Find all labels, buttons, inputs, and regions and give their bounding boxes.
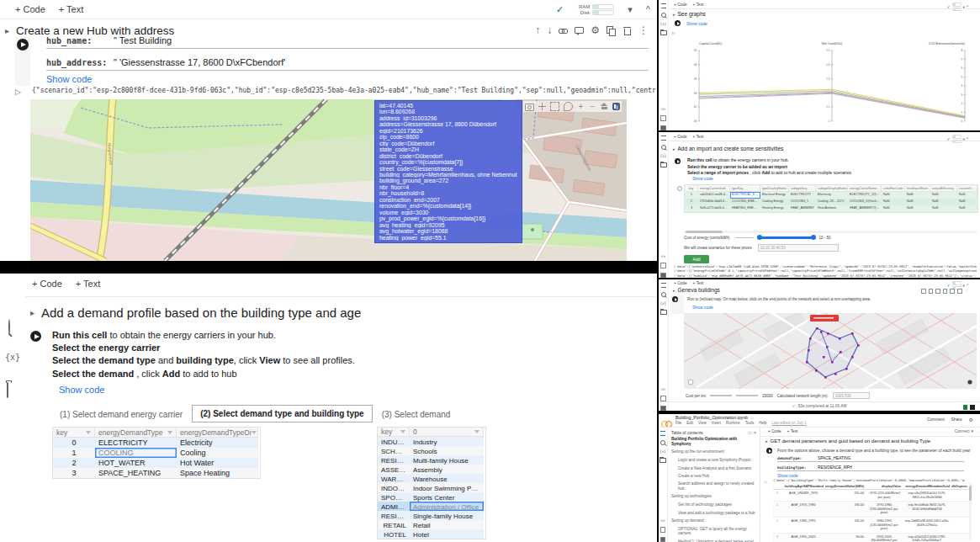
menu-icon[interactable] xyxy=(661,136,666,141)
add-code-button[interactable]: + Code xyxy=(768,429,781,433)
tab-select-energy-carrier[interactable]: (1) Select demand energy carrier xyxy=(52,406,190,422)
table-cell[interactable]: RESIDE… xyxy=(378,455,410,465)
table-cell[interactable]: Hotel xyxy=(410,529,484,539)
cost-slider-2[interactable] xyxy=(736,395,758,396)
menu-tools[interactable]: Tools xyxy=(745,421,755,425)
column-header[interactable]: dbOrganiz xyxy=(951,484,969,490)
column-header[interactable]: outputEfficiency xyxy=(930,185,957,192)
axis-title[interactable]: CO2 Emissions(tonnes/a) xyxy=(929,42,966,45)
variables-icon[interactable]: {x} xyxy=(5,353,20,362)
column-header[interactable]: key xyxy=(685,185,698,192)
toc-item[interactable]: Setting up technologies xyxy=(671,492,756,501)
map-settings-dot[interactable] xyxy=(967,380,972,384)
column-header[interactable]: energyDemandMetadataGuid xyxy=(903,484,951,490)
show-code-link[interactable]: Show code xyxy=(692,176,713,181)
search-icon[interactable] xyxy=(8,320,10,335)
table-cell[interactable]: AGE_1995_2005 xyxy=(781,534,825,542)
add-code-button[interactable]: + Code xyxy=(32,279,62,289)
table-cell[interactable]: ~1970 (215.00kWh/m2 per year) xyxy=(866,490,903,502)
variables-icon[interactable]: {x} xyxy=(660,154,666,158)
menu-view[interactable]: View xyxy=(698,421,707,425)
settings-gear-icon[interactable]: ⚙ xyxy=(969,417,973,422)
variables-icon[interactable]: {x} xyxy=(660,301,666,306)
table-cell[interactable]: INDOOR… xyxy=(378,483,410,492)
connect-button[interactable]: Connect ▾ xyxy=(955,429,973,433)
table-scrollbar[interactable] xyxy=(969,484,972,539)
table-cell[interactable]: 190.00 xyxy=(825,502,866,518)
table-cell[interactable]: Cooling Energy xyxy=(760,199,789,205)
table-cell[interactable]: RESIDE… xyxy=(378,511,410,520)
code-snippets-icon[interactable]: <> xyxy=(661,387,665,391)
table-cell[interactable]: HOT_WATER xyxy=(95,458,177,468)
menu-insert[interactable]: Insert xyxy=(712,421,721,425)
move-up-icon[interactable]: ↑ xyxy=(535,25,540,35)
table-cell[interactable] xyxy=(951,518,969,534)
table-cell[interactable]: Administration / Office xyxy=(410,502,484,511)
more-icon[interactable]: ⋮ xyxy=(638,25,649,35)
comment-button[interactable]: Comment xyxy=(927,417,945,422)
collapse-section-icon[interactable]: ▸ xyxy=(673,146,675,151)
table-cell[interactable]: HEAT_AMBIENT xyxy=(789,205,816,212)
table-cell[interactable]: SCHOOLS xyxy=(378,446,410,455)
table-cell[interactable]: ELECTRICITY xyxy=(789,192,816,199)
toc-item[interactable]: OPTIONAL: GET to query all the energy ca… xyxy=(671,525,756,538)
table-cell[interactable]: WAREH… xyxy=(378,474,410,483)
show-code-link[interactable]: Show code xyxy=(59,385,104,395)
code-snippets-icon[interactable]: <> xyxy=(660,518,665,523)
add-code-button[interactable]: + Code xyxy=(15,4,45,14)
table-cell[interactable]: Hot Water xyxy=(177,458,258,468)
cost-slider[interactable] xyxy=(710,395,732,396)
table-cell[interactable]: AGE_UNDER_1970 xyxy=(781,490,825,502)
terminal-icon[interactable] xyxy=(660,263,666,268)
table-cell[interactable]: COOLING xyxy=(95,448,177,458)
add-text-button[interactable]: + Text xyxy=(76,279,100,289)
copy-icon[interactable] xyxy=(950,289,955,294)
table-cell[interactable]: NaN xyxy=(882,192,905,199)
prices-input[interactable]: 10,20,30,40,50 xyxy=(758,244,839,252)
show-code-link[interactable]: Show code xyxy=(46,74,92,84)
hub-name-input[interactable]: " Test Building xyxy=(114,35,172,45)
toc-item[interactable]: Building Portfolio Optimization with Sym… xyxy=(671,435,756,448)
lasso-select-icon[interactable] xyxy=(564,102,573,111)
table-cell[interactable]: ASSEMBLY xyxy=(378,465,410,474)
search-icon[interactable] xyxy=(660,440,665,445)
menu-icon[interactable] xyxy=(661,283,666,288)
delete-icon[interactable] xyxy=(957,289,962,294)
table-cell[interactable]: AGE_1970_1980 xyxy=(781,502,825,518)
menu-help[interactable]: Help xyxy=(759,421,766,425)
tab-select-demand-building-type[interactable]: (2) Select demand type and building type xyxy=(192,405,372,422)
table-cell[interactable]: NaN xyxy=(930,205,957,212)
menu-icon[interactable] xyxy=(661,3,666,8)
horizontal-scrollbar[interactable] xyxy=(684,231,977,233)
zoom-in-icon[interactable] xyxy=(577,103,585,110)
column-header[interactable]: key xyxy=(378,428,410,437)
collapse-section-icon[interactable]: ▸ xyxy=(30,308,41,317)
column-header[interactable]: buildingAgeSAPStandard xyxy=(781,484,825,490)
add-text-button[interactable]: + Text xyxy=(693,281,704,285)
last-edited-label[interactable]: Last edited on July 1 xyxy=(772,421,807,425)
table-cell[interactable]: 0 xyxy=(53,438,95,448)
column-header[interactable]: energyDemandTypeDi xyxy=(177,428,258,438)
tab-select-demand[interactable]: (3) Select demand xyxy=(374,406,458,422)
axis-title[interactable]: Capital Cost(k€) xyxy=(699,42,723,45)
table-cell[interactable]: 2 xyxy=(53,458,95,468)
table-cell[interactable]: ELECTRICITY_1@techP… xyxy=(848,192,882,199)
building-type-input[interactable]: RESIDENCE_MFH xyxy=(818,465,852,470)
add-code-button[interactable]: + Code xyxy=(674,281,687,285)
table-cell[interactable]: ELECTRICITY xyxy=(95,438,177,448)
collapse-section-icon[interactable]: ▸ xyxy=(765,438,768,444)
toc-icon[interactable] xyxy=(660,431,665,436)
run-cell-button[interactable] xyxy=(675,20,681,26)
table-cell[interactable]: COOLING_1@techPa… xyxy=(848,199,882,205)
row-radio[interactable] xyxy=(677,186,682,191)
resource-monitor[interactable]: RAM Disk xyxy=(577,4,614,15)
toc-item[interactable]: Create a new Hub xyxy=(671,472,756,480)
table-cell[interactable]: Heat Ambient xyxy=(816,205,848,212)
close-icon[interactable]: × xyxy=(754,430,756,435)
table-cell[interactable]: NaN xyxy=(957,192,977,199)
files-icon[interactable] xyxy=(660,310,667,315)
notebook-title[interactable]: Building_Portfolio_Optimization.ipynb xyxy=(675,415,748,420)
open-window-icon[interactable]: □ xyxy=(749,430,751,435)
files-icon[interactable] xyxy=(660,30,667,35)
table-cell[interactable]: COOLING_ENERGY xyxy=(730,199,760,205)
